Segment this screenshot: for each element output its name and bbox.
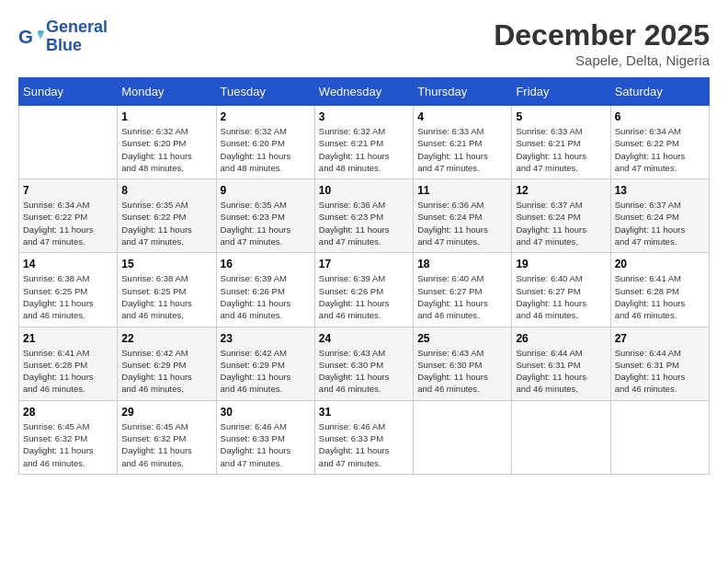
- calendar-cell: 18Sunrise: 6:40 AM Sunset: 6:27 PM Dayli…: [414, 253, 512, 327]
- day-number: 29: [121, 406, 211, 419]
- calendar-cell: 15Sunrise: 6:38 AM Sunset: 6:25 PM Dayli…: [118, 253, 216, 327]
- calendar-cell: 16Sunrise: 6:39 AM Sunset: 6:26 PM Dayli…: [216, 253, 314, 327]
- calendar-cell: 13Sunrise: 6:37 AM Sunset: 6:24 PM Dayli…: [610, 179, 709, 253]
- calendar-cell: 27Sunrise: 6:44 AM Sunset: 6:31 PM Dayli…: [610, 327, 709, 400]
- calendar-cell: 29Sunrise: 6:45 AM Sunset: 6:32 PM Dayli…: [118, 400, 216, 474]
- calendar-cell: [512, 400, 610, 474]
- calendar-cell: 1Sunrise: 6:32 AM Sunset: 6:20 PM Daylig…: [118, 106, 216, 179]
- calendar-cell: [414, 400, 512, 474]
- day-info: Sunrise: 6:37 AM Sunset: 6:24 PM Dayligh…: [615, 199, 705, 247]
- day-info: Sunrise: 6:34 AM Sunset: 6:22 PM Dayligh…: [23, 199, 113, 247]
- calendar-cell: 10Sunrise: 6:36 AM Sunset: 6:23 PM Dayli…: [314, 179, 413, 253]
- calendar-cell: 19Sunrise: 6:40 AM Sunset: 6:27 PM Dayli…: [512, 253, 610, 327]
- calendar-cell: 30Sunrise: 6:46 AM Sunset: 6:33 PM Dayli…: [216, 400, 314, 474]
- day-info: Sunrise: 6:44 AM Sunset: 6:31 PM Dayligh…: [516, 347, 606, 396]
- calendar-cell: 31Sunrise: 6:46 AM Sunset: 6:33 PM Dayli…: [314, 400, 413, 474]
- calendar-cell: 20Sunrise: 6:41 AM Sunset: 6:28 PM Dayli…: [610, 253, 709, 327]
- calendar-week-3: 14Sunrise: 6:38 AM Sunset: 6:25 PM Dayli…: [19, 253, 710, 327]
- day-info: Sunrise: 6:45 AM Sunset: 6:32 PM Dayligh…: [121, 420, 211, 469]
- day-number: 11: [417, 184, 507, 197]
- day-info: Sunrise: 6:35 AM Sunset: 6:22 PM Dayligh…: [121, 199, 211, 247]
- day-info: Sunrise: 6:42 AM Sunset: 6:29 PM Dayligh…: [221, 347, 311, 396]
- calendar-header-wednesday: Wednesday: [314, 78, 413, 106]
- logo-icon: G: [18, 24, 44, 50]
- day-number: 3: [319, 110, 409, 123]
- calendar-week-4: 21Sunrise: 6:41 AM Sunset: 6:28 PM Dayli…: [19, 327, 710, 400]
- day-info: Sunrise: 6:46 AM Sunset: 6:33 PM Dayligh…: [221, 420, 311, 469]
- calendar-header-tuesday: Tuesday: [216, 78, 314, 106]
- day-info: Sunrise: 6:34 AM Sunset: 6:22 PM Dayligh…: [615, 125, 705, 174]
- day-number: 14: [23, 258, 113, 270]
- calendar-header-row: SundayMondayTuesdayWednesdayThursdayFrid…: [19, 78, 710, 106]
- day-info: Sunrise: 6:38 AM Sunset: 6:25 PM Dayligh…: [121, 272, 211, 321]
- page-header: G General Blue December 2025 Sapele, Del…: [18, 18, 710, 68]
- day-number: 16: [221, 258, 311, 270]
- day-number: 2: [221, 110, 311, 123]
- calendar-cell: 14Sunrise: 6:38 AM Sunset: 6:25 PM Dayli…: [19, 253, 118, 327]
- day-number: 30: [221, 406, 311, 419]
- day-info: Sunrise: 6:39 AM Sunset: 6:26 PM Dayligh…: [319, 272, 409, 321]
- day-info: Sunrise: 6:42 AM Sunset: 6:29 PM Dayligh…: [121, 347, 211, 396]
- calendar-header-sunday: Sunday: [19, 78, 118, 106]
- day-info: Sunrise: 6:45 AM Sunset: 6:32 PM Dayligh…: [23, 420, 113, 469]
- calendar-cell: 4Sunrise: 6:33 AM Sunset: 6:21 PM Daylig…: [414, 106, 512, 179]
- day-info: Sunrise: 6:33 AM Sunset: 6:21 PM Dayligh…: [516, 125, 606, 174]
- day-number: 20: [615, 258, 705, 270]
- day-info: Sunrise: 6:32 AM Sunset: 6:20 PM Dayligh…: [121, 125, 211, 174]
- calendar-week-2: 7Sunrise: 6:34 AM Sunset: 6:22 PM Daylig…: [19, 179, 710, 253]
- day-number: 24: [319, 332, 409, 345]
- day-info: Sunrise: 6:46 AM Sunset: 6:33 PM Dayligh…: [319, 420, 409, 469]
- calendar-cell: 28Sunrise: 6:45 AM Sunset: 6:32 PM Dayli…: [19, 400, 118, 474]
- day-info: Sunrise: 6:35 AM Sunset: 6:23 PM Dayligh…: [221, 199, 311, 247]
- calendar-week-1: 1Sunrise: 6:32 AM Sunset: 6:20 PM Daylig…: [19, 106, 710, 179]
- day-info: Sunrise: 6:44 AM Sunset: 6:31 PM Dayligh…: [615, 347, 705, 396]
- day-info: Sunrise: 6:41 AM Sunset: 6:28 PM Dayligh…: [615, 272, 705, 321]
- day-info: Sunrise: 6:36 AM Sunset: 6:23 PM Dayligh…: [319, 199, 409, 247]
- day-number: 5: [516, 110, 606, 123]
- calendar-cell: 11Sunrise: 6:36 AM Sunset: 6:24 PM Dayli…: [414, 179, 512, 253]
- calendar-cell: 5Sunrise: 6:33 AM Sunset: 6:21 PM Daylig…: [512, 106, 610, 179]
- calendar-header-friday: Friday: [512, 78, 610, 106]
- title-block: December 2025 Sapele, Delta, Nigeria: [494, 18, 710, 68]
- day-info: Sunrise: 6:40 AM Sunset: 6:27 PM Dayligh…: [516, 272, 606, 321]
- day-number: 18: [417, 258, 507, 270]
- day-number: 31: [319, 406, 409, 419]
- day-number: 21: [23, 332, 113, 345]
- day-number: 25: [417, 332, 507, 345]
- day-info: Sunrise: 6:40 AM Sunset: 6:27 PM Dayligh…: [417, 272, 507, 321]
- day-info: Sunrise: 6:36 AM Sunset: 6:24 PM Dayligh…: [417, 199, 507, 247]
- day-info: Sunrise: 6:41 AM Sunset: 6:28 PM Dayligh…: [23, 347, 113, 396]
- logo: G General Blue: [18, 18, 108, 55]
- day-info: Sunrise: 6:39 AM Sunset: 6:26 PM Dayligh…: [221, 272, 311, 321]
- day-number: 7: [23, 184, 113, 197]
- calendar-cell: [19, 106, 118, 179]
- day-number: 4: [417, 110, 507, 123]
- month-title: December 2025: [494, 18, 710, 52]
- day-number: 22: [121, 332, 211, 345]
- calendar-cell: 25Sunrise: 6:43 AM Sunset: 6:30 PM Dayli…: [414, 327, 512, 400]
- day-number: 12: [516, 184, 606, 197]
- svg-text:G: G: [18, 25, 33, 46]
- calendar-cell: 12Sunrise: 6:37 AM Sunset: 6:24 PM Dayli…: [512, 179, 610, 253]
- calendar-cell: 6Sunrise: 6:34 AM Sunset: 6:22 PM Daylig…: [610, 106, 709, 179]
- logo-text: General Blue: [46, 18, 108, 55]
- day-info: Sunrise: 6:43 AM Sunset: 6:30 PM Dayligh…: [417, 347, 507, 396]
- day-number: 23: [221, 332, 311, 345]
- day-number: 8: [121, 184, 211, 197]
- calendar-cell: 26Sunrise: 6:44 AM Sunset: 6:31 PM Dayli…: [512, 327, 610, 400]
- calendar-cell: 8Sunrise: 6:35 AM Sunset: 6:22 PM Daylig…: [118, 179, 216, 253]
- calendar-header-monday: Monday: [118, 78, 216, 106]
- day-info: Sunrise: 6:43 AM Sunset: 6:30 PM Dayligh…: [319, 347, 409, 396]
- day-info: Sunrise: 6:32 AM Sunset: 6:21 PM Dayligh…: [319, 125, 409, 174]
- day-number: 28: [23, 406, 113, 419]
- day-number: 10: [319, 184, 409, 197]
- day-info: Sunrise: 6:33 AM Sunset: 6:21 PM Dayligh…: [417, 125, 507, 174]
- calendar-cell: 22Sunrise: 6:42 AM Sunset: 6:29 PM Dayli…: [118, 327, 216, 400]
- day-number: 26: [516, 332, 606, 345]
- calendar-cell: 17Sunrise: 6:39 AM Sunset: 6:26 PM Dayli…: [314, 253, 413, 327]
- day-info: Sunrise: 6:37 AM Sunset: 6:24 PM Dayligh…: [516, 199, 606, 247]
- calendar-cell: 2Sunrise: 6:32 AM Sunset: 6:20 PM Daylig…: [216, 106, 314, 179]
- calendar-week-5: 28Sunrise: 6:45 AM Sunset: 6:32 PM Dayli…: [19, 400, 710, 474]
- day-number: 17: [319, 258, 409, 270]
- calendar-header-saturday: Saturday: [610, 78, 709, 106]
